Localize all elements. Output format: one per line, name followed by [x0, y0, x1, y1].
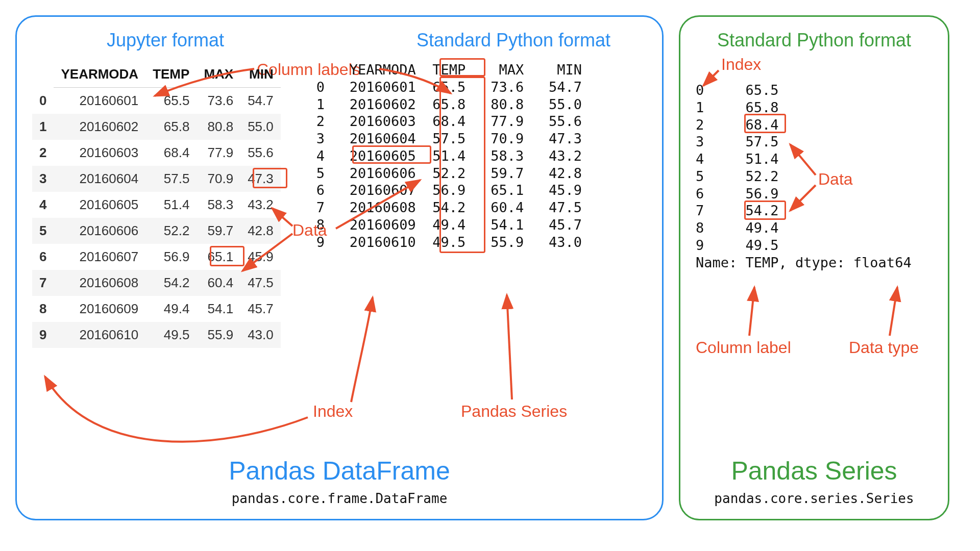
row-index: 7: [32, 270, 54, 296]
row-index: 0: [32, 88, 54, 114]
column-header: YEARMODA: [54, 61, 145, 88]
column-header: MIN: [240, 61, 281, 88]
annotation-data-type: Data type: [849, 338, 919, 357]
annotation-column-label: Column label: [696, 338, 791, 357]
table-cell: 20160608: [54, 270, 145, 296]
table-cell: 70.9: [197, 166, 240, 192]
table-cell: 65.1: [197, 244, 240, 270]
table-cell: 20160609: [54, 296, 145, 322]
row-index: 2: [32, 140, 54, 166]
table-cell: 65.8: [145, 114, 197, 140]
table-row: 02016060165.573.654.7: [32, 88, 281, 114]
table-cell: 54.2: [145, 270, 197, 296]
title-pandas-series: Pandas Series: [680, 456, 948, 486]
heading-standard-python-format: Standard Python format: [380, 30, 647, 51]
row-index: 8: [32, 296, 54, 322]
table-cell: 20160604: [54, 166, 145, 192]
table-cell: 45.9: [240, 244, 281, 270]
table-cell: 20160607: [54, 244, 145, 270]
table-cell: 80.8: [197, 114, 240, 140]
dataframe-panel: Jupyter format Standard Python format Co…: [15, 15, 664, 520]
table-row: 92016061049.555.943.0: [32, 322, 281, 348]
table-cell: 20160606: [54, 218, 145, 244]
title-pandas-dataframe: Pandas DataFrame: [17, 456, 662, 486]
table-cell: 57.5: [145, 166, 197, 192]
table-cell: 45.7: [240, 296, 281, 322]
table-cell: 56.9: [145, 244, 197, 270]
table-cell: 55.9: [197, 322, 240, 348]
table-cell: 60.4: [197, 270, 240, 296]
table-cell: 73.6: [197, 88, 240, 114]
table-cell: 20160610: [54, 322, 145, 348]
table-cell: 55.6: [240, 140, 281, 166]
table-cell: 20160603: [54, 140, 145, 166]
row-index: 1: [32, 114, 54, 140]
table-cell: 20160601: [54, 88, 145, 114]
table-cell: 47.3: [240, 166, 281, 192]
annotation-data: Data: [292, 221, 327, 240]
table-cell: 59.7: [197, 218, 240, 244]
row-index: 4: [32, 192, 54, 218]
heading-jupyter-format: Jupyter format: [32, 30, 299, 51]
row-index: 3: [32, 166, 54, 192]
table-cell: 49.5: [145, 322, 197, 348]
table-cell: 20160605: [54, 192, 145, 218]
table-row: 72016060854.260.447.5: [32, 270, 281, 296]
table-cell: 43.2: [240, 192, 281, 218]
series-panel: Standard Python format Index 0 65.5 1 65…: [679, 15, 949, 520]
annotation-index: Index: [313, 402, 353, 421]
annotation-series-index: Index: [721, 55, 761, 74]
jupyter-dataframe-table: YEARMODATEMPMAXMIN 02016060165.573.654.7…: [32, 61, 281, 348]
table-cell: 55.0: [240, 114, 281, 140]
plain-dataframe-text: YEARMODA TEMP MAX MIN 0 20160601 65.5 73…: [316, 61, 582, 251]
table-cell: 42.8: [240, 218, 281, 244]
table-cell: 51.4: [145, 192, 197, 218]
table-cell: 52.2: [145, 218, 197, 244]
table-row: 22016060368.477.955.6: [32, 140, 281, 166]
table-row: 82016060949.454.145.7: [32, 296, 281, 322]
column-header: TEMP: [145, 61, 197, 88]
row-index: 9: [32, 322, 54, 348]
table-cell: 54.1: [197, 296, 240, 322]
table-row: 52016060652.259.742.8: [32, 218, 281, 244]
table-cell: 20160602: [54, 114, 145, 140]
plain-dataframe-wrapper: YEARMODA TEMP MAX MIN 0 20160601 65.5 73…: [316, 61, 582, 348]
subtitle-series-classpath: pandas.core.series.Series: [680, 491, 948, 506]
table-cell: 77.9: [197, 140, 240, 166]
table-cell: 54.7: [240, 88, 281, 114]
table-cell: 43.0: [240, 322, 281, 348]
annotation-series-data: Data: [818, 170, 853, 189]
subtitle-dataframe-classpath: pandas.core.frame.DataFrame: [17, 491, 662, 506]
column-header: MAX: [197, 61, 240, 88]
table-row: 12016060265.880.855.0: [32, 114, 281, 140]
table-cell: 49.4: [145, 296, 197, 322]
table-cell: 68.4: [145, 140, 197, 166]
table-cell: 58.3: [197, 192, 240, 218]
table-row: 42016060551.458.343.2: [32, 192, 281, 218]
table-row: 62016060756.965.145.9: [32, 244, 281, 270]
row-index: 6: [32, 244, 54, 270]
annotation-pandas-series: Pandas Series: [461, 402, 567, 421]
plain-series-text: 0 65.5 1 65.8 2 68.4 3 57.5 4 51.4 5 52.…: [696, 82, 933, 271]
row-index: 5: [32, 218, 54, 244]
jupyter-table-wrapper: YEARMODATEMPMAXMIN 02016060165.573.654.7…: [32, 61, 281, 348]
table-cell: 65.5: [145, 88, 197, 114]
table-cell: 47.5: [240, 270, 281, 296]
table-row: 32016060457.570.947.3: [32, 166, 281, 192]
heading-standard-python-format-series: Standard Python format: [696, 30, 933, 51]
